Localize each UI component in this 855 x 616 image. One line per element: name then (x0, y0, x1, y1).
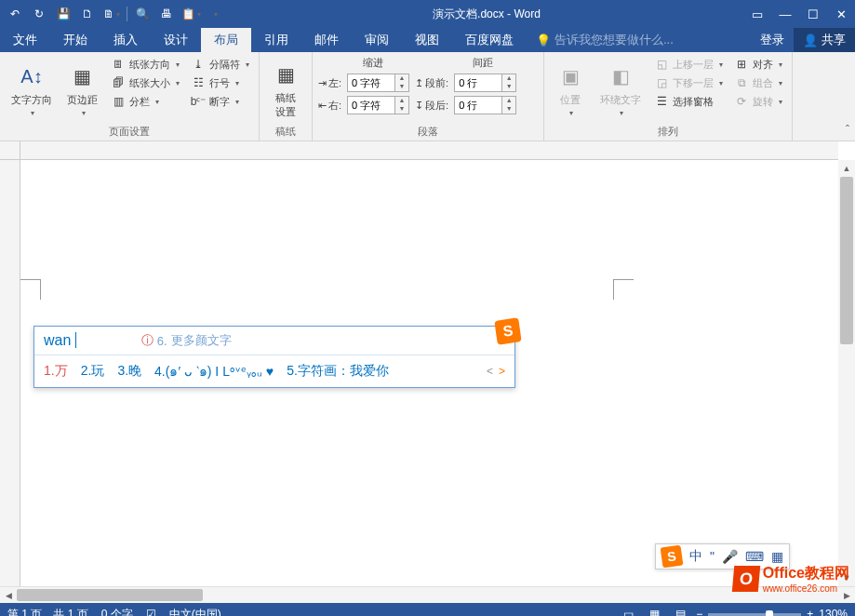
ribbon-options-button[interactable]: ▭ (743, 0, 771, 28)
send-backward-button[interactable]: ◲下移一层▾ (650, 74, 727, 91)
spin-up[interactable]: ▲ (502, 74, 515, 83)
spin-down[interactable]: ▼ (395, 83, 408, 91)
horizontal-scrollbar[interactable]: ◀ ▶ (0, 586, 855, 603)
vertical-scrollbar[interactable]: ▲ ▼ (838, 160, 855, 586)
maximize-button[interactable]: ☐ (799, 0, 827, 28)
spin-down[interactable]: ▼ (395, 105, 408, 114)
horizontal-ruler[interactable] (20, 141, 838, 160)
spin-down[interactable]: ▼ (502, 105, 515, 114)
qat-customize[interactable]: ▾ (204, 3, 226, 25)
minimize-button[interactable]: — (771, 0, 799, 28)
position-button[interactable]: ▣ 位置▾ (550, 56, 591, 123)
text-direction-button[interactable]: A↕ 文字方向▾ (6, 56, 58, 123)
selection-pane-button[interactable]: ☰选择窗格 (650, 93, 727, 110)
space-before-spinner[interactable]: ▲▼ (454, 74, 516, 92)
login-button[interactable]: 登录 (751, 28, 794, 52)
tab-insert[interactable]: 插入 (100, 28, 151, 52)
scroll-track-v[interactable] (838, 177, 855, 569)
space-after-spinner[interactable]: ▲▼ (454, 96, 516, 114)
align-button[interactable]: ⊞对齐▾ (730, 56, 786, 73)
proofing-icon[interactable]: ☑ (146, 608, 156, 616)
orientation-button[interactable]: 🗏纸张方向▾ (107, 56, 183, 73)
tab-layout[interactable]: 布局 (201, 28, 251, 52)
wrap-label: 环绕文字 (600, 93, 641, 107)
ime-punct-button[interactable]: " (710, 549, 715, 564)
space-before-input[interactable] (455, 74, 501, 91)
indent-left-input[interactable] (348, 74, 394, 91)
ime-candidate-1[interactable]: 1.万 (44, 363, 68, 380)
zoom-level[interactable]: 130% (819, 608, 848, 616)
tab-references[interactable]: 引用 (251, 28, 301, 52)
scroll-left-button[interactable]: ◀ (0, 587, 17, 604)
new-button[interactable]: 🗋 (76, 3, 99, 25)
scroll-thumb-v[interactable] (840, 177, 853, 344)
print-button[interactable]: 🖶 (155, 3, 178, 25)
zoom-in-button[interactable]: + (807, 608, 813, 616)
indent-left-spinner[interactable]: ▲▼ (347, 74, 409, 92)
wrap-text-button[interactable]: ◧ 环绕文字▾ (594, 56, 647, 123)
tab-home[interactable]: 开始 (50, 28, 100, 52)
scroll-up-button[interactable]: ▲ (838, 160, 855, 177)
space-before-label: 段前: (425, 76, 448, 90)
read-mode-button[interactable]: ▭ (618, 606, 638, 616)
columns-button[interactable]: ▥分栏▾ (107, 93, 183, 110)
space-after-input[interactable] (455, 97, 501, 114)
ime-candidate-2[interactable]: 2.玩 (81, 363, 105, 380)
tab-review[interactable]: 审阅 (352, 28, 402, 52)
page-indicator[interactable]: 第 1 页，共 1 页 (7, 607, 88, 617)
zoom-out-button[interactable]: − (696, 608, 702, 616)
margins-button[interactable]: ▦ 页边距▾ (61, 56, 103, 123)
hyphenation-button[interactable]: bᶜ⁻断字▾ (187, 93, 253, 110)
indent-right-spinner[interactable]: ▲▼ (347, 96, 409, 114)
print-layout-button[interactable]: ▦ (644, 606, 664, 616)
tab-baidu[interactable]: 百度网盘 (452, 28, 527, 52)
ime-candidate-3[interactable]: 3.晚 (117, 363, 141, 380)
ime-hint[interactable]: ⓘ 6. 更多颜文字 (141, 332, 232, 349)
size-button[interactable]: 🗐纸张大小▾ (107, 74, 183, 91)
ime-prev-button[interactable]: < (487, 365, 493, 378)
group-button-btn[interactable]: ⧉组合▾ (730, 74, 786, 91)
tab-design[interactable]: 设计 (151, 28, 201, 52)
paste-button[interactable]: 📋▾ (180, 3, 202, 25)
word-count[interactable]: 0 个字 (101, 607, 133, 617)
ime-keyboard-button[interactable]: ⌨ (745, 549, 764, 564)
collapse-ribbon-button[interactable]: ˆ (846, 124, 849, 137)
spin-up[interactable]: ▲ (502, 97, 515, 105)
tab-file[interactable]: 文件 (0, 28, 50, 52)
rotate-button[interactable]: ⟳旋转▾ (730, 93, 786, 110)
ime-candidate-4[interactable]: 4.(๑′ ᴗ ‵๑) I Lᵒᵛᵉᵧₒᵤ ♥ (154, 361, 274, 382)
spin-up[interactable]: ▲ (395, 97, 408, 105)
selection-pane-label: 选择窗格 (673, 95, 714, 109)
tell-me-search[interactable]: 💡 告诉我您想要做什么... (527, 28, 683, 52)
redo-button[interactable]: ↻ (28, 3, 50, 25)
save-as-button[interactable]: 🗎▾ (100, 3, 123, 25)
space-after-label: 段后: (425, 99, 448, 113)
bring-forward-button[interactable]: ◱上移一层▾ (650, 56, 727, 73)
spin-down[interactable]: ▼ (502, 83, 515, 91)
undo-button[interactable]: ↶ (4, 3, 26, 25)
line-numbers-button[interactable]: ☷行号▾ (187, 74, 253, 91)
ime-next-button[interactable]: > (499, 365, 505, 378)
ime-voice-button[interactable]: 🎤 (722, 549, 738, 564)
share-button[interactable]: 👤 共享 (794, 28, 855, 52)
sogou-status-icon[interactable]: S (661, 545, 684, 569)
save-button[interactable]: 💾 (52, 3, 74, 25)
ime-menu-button[interactable]: ▦ (771, 549, 783, 564)
spin-up[interactable]: ▲ (395, 74, 408, 83)
vertical-ruler[interactable] (0, 160, 20, 586)
language-indicator[interactable]: 中文(中国) (169, 607, 221, 617)
scroll-thumb-h[interactable] (17, 589, 203, 601)
web-layout-button[interactable]: ▤ (670, 606, 690, 616)
tab-mailings[interactable]: 邮件 (301, 28, 352, 52)
ime-lang-indicator[interactable]: 中 (689, 548, 702, 565)
manuscript-button[interactable]: ▦ 稿纸 设置 (265, 56, 306, 123)
tab-view[interactable]: 视图 (402, 28, 452, 52)
indent-right-input[interactable] (348, 97, 394, 114)
zoom-slider[interactable] (708, 613, 801, 616)
breaks-button[interactable]: ⤓分隔符▾ (187, 56, 253, 73)
separator (127, 7, 127, 21)
ime-candidate-5[interactable]: 5.字符画：我爱你 (287, 363, 389, 380)
print-preview-button[interactable]: 🔍 (131, 3, 154, 25)
close-button[interactable]: ✕ (827, 0, 855, 28)
scroll-track-h[interactable] (17, 587, 838, 603)
